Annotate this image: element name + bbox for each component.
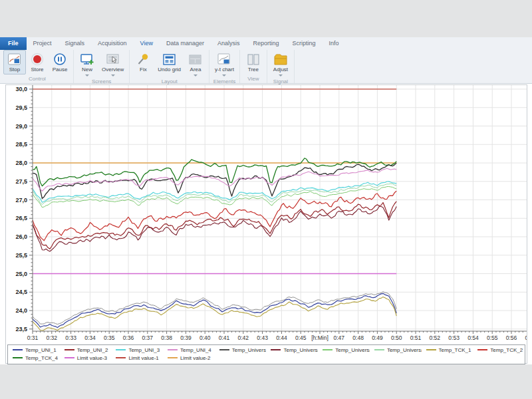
adjust-button[interactable]: Adjust bbox=[269, 50, 292, 77]
svg-text:0:36: 0:36 bbox=[123, 334, 134, 341]
chevron-down-icon bbox=[222, 74, 226, 76]
yt-chart-panel: 30,029,529,028,528,027,527,026,526,025,5… bbox=[5, 84, 527, 364]
svg-text:0:49: 0:49 bbox=[372, 334, 383, 341]
legend-item-temp-universal-2[interactable]: Temp_Universal_2 bbox=[266, 347, 318, 353]
svg-text:28,5: 28,5 bbox=[15, 141, 27, 148]
svg-text:0:42: 0:42 bbox=[238, 334, 249, 341]
svg-text:0:55: 0:55 bbox=[487, 334, 498, 341]
new-button[interactable]: New bbox=[76, 50, 98, 77]
legend-label: Temp_TCK_2 bbox=[490, 347, 523, 353]
tab-reporting[interactable]: Reporting bbox=[247, 37, 286, 50]
legend-color-mark bbox=[271, 349, 281, 350]
legend-item-temp-universal-3[interactable]: Temp_Universal_3 bbox=[318, 347, 370, 353]
button-label: Area bbox=[190, 66, 201, 73]
curve-temp-uni-3 bbox=[33, 182, 396, 202]
signal-curves bbox=[33, 158, 396, 331]
group-label: View bbox=[242, 74, 265, 83]
legend-item-temp-universal-4[interactable]: Temp_Universal_4 bbox=[370, 347, 422, 353]
legend-color-mark bbox=[116, 357, 126, 358]
button-label: Pause bbox=[53, 66, 68, 73]
legend-item-temp-uni-1[interactable]: Temp_UNI_1 bbox=[8, 347, 60, 353]
yt-chart-svg[interactable]: 30,029,529,028,528,027,527,026,526,025,5… bbox=[6, 85, 527, 344]
svg-text:0:35: 0:35 bbox=[104, 334, 115, 341]
legend-color-mark bbox=[116, 349, 126, 350]
legend-label: Temp_UNI_4 bbox=[180, 347, 211, 353]
legend-item-temp-tck-1[interactable]: Temp_TCK_1 bbox=[422, 347, 473, 353]
tab-view[interactable]: View bbox=[134, 37, 160, 50]
svg-text:0:48: 0:48 bbox=[352, 334, 364, 341]
button-label: Overview bbox=[102, 66, 124, 73]
legend-item-temp-uni-4[interactable]: Temp_UNI_4 bbox=[163, 347, 215, 353]
fix-button[interactable]: Fix bbox=[132, 50, 154, 77]
y-t-chart-button[interactable]: y-t chart bbox=[211, 50, 237, 77]
legend-color-mark bbox=[426, 349, 436, 350]
pause-button[interactable]: Pause bbox=[49, 50, 71, 74]
button-label: Stop bbox=[9, 66, 20, 73]
tab-scripting[interactable]: Scripting bbox=[286, 37, 323, 50]
adjust-icon bbox=[273, 52, 289, 66]
tree-button[interactable]: Tree bbox=[242, 50, 265, 74]
svg-text:30,0: 30,0 bbox=[15, 86, 27, 92]
tab-info[interactable]: Info bbox=[323, 37, 346, 50]
tab-acquisition[interactable]: Acquisition bbox=[91, 37, 134, 50]
legend-color-mark bbox=[374, 349, 384, 350]
svg-text:0:51: 0:51 bbox=[410, 334, 422, 341]
area-button[interactable]: Area bbox=[184, 50, 207, 77]
stop-button[interactable]: Stop bbox=[3, 50, 26, 74]
legend-item-temp-uni-2[interactable]: Temp_UNI_2 bbox=[60, 347, 112, 353]
legend-color-mark bbox=[65, 357, 74, 358]
button-label: Tree bbox=[248, 66, 259, 73]
store-icon bbox=[29, 52, 45, 66]
svg-text:0:47: 0:47 bbox=[334, 334, 345, 341]
tab-file[interactable]: File bbox=[0, 37, 27, 50]
overview-button[interactable]: Overview bbox=[98, 50, 127, 77]
svg-text:0:54: 0:54 bbox=[467, 334, 479, 341]
legend-label: Temp_UNI_1 bbox=[25, 347, 57, 353]
svg-text:0:44: 0:44 bbox=[276, 334, 287, 341]
store-button[interactable]: Store bbox=[26, 50, 49, 74]
svg-text:28,0: 28,0 bbox=[15, 160, 27, 166]
chevron-down-icon bbox=[111, 74, 115, 76]
legend-color-mark bbox=[13, 349, 23, 350]
legend-label: Temp_Universal_3 bbox=[335, 347, 370, 353]
svg-text:27,5: 27,5 bbox=[15, 178, 27, 185]
legend-label: Temp_Universal_2 bbox=[283, 347, 318, 353]
legend-color-mark bbox=[477, 349, 487, 350]
svg-text:0:45: 0:45 bbox=[295, 334, 307, 341]
curve-temp-tck-2 bbox=[33, 191, 396, 241]
svg-text:27,0: 27,0 bbox=[15, 197, 27, 203]
legend-label: Temp_Universal_4 bbox=[387, 347, 422, 353]
svg-text:29,0: 29,0 bbox=[15, 123, 27, 130]
tab-data-manager[interactable]: Data manager bbox=[160, 37, 211, 50]
svg-text:0:34: 0:34 bbox=[84, 334, 96, 341]
curve-temp-universal-2 bbox=[33, 206, 396, 251]
group-label: Control bbox=[3, 74, 71, 83]
legend-item-limit-value-1[interactable]: Limit value-1 bbox=[111, 355, 163, 361]
y-axis-labels: 30,029,529,028,528,027,527,026,526,025,5… bbox=[15, 86, 27, 332]
legend-item-temp-tck-4[interactable]: Temp_TCK_4 bbox=[8, 355, 60, 361]
undo-grid-button[interactable]: Undo grid bbox=[154, 50, 184, 77]
legend-item-temp-universal-1[interactable]: Temp_Universal_1 bbox=[215, 347, 267, 353]
tree-icon bbox=[245, 52, 261, 66]
legend-color-mark bbox=[13, 357, 23, 358]
svg-text:0:40: 0:40 bbox=[200, 334, 211, 341]
legend-item-limit-value-2[interactable]: Limit value-2 bbox=[163, 355, 215, 361]
tab-signals[interactable]: Signals bbox=[59, 37, 92, 50]
legend-item-temp-tck-2[interactable]: Temp_TCK_2 bbox=[473, 347, 525, 353]
tab-project[interactable]: Project bbox=[27, 37, 59, 50]
legend-item-limit-value-3[interactable]: Limit value-3 bbox=[60, 355, 112, 361]
overview-icon bbox=[105, 52, 121, 66]
ribbon-group-elements: y-t chartElements bbox=[209, 50, 240, 83]
svg-text:0:50: 0:50 bbox=[391, 334, 402, 341]
button-label: New bbox=[82, 66, 92, 73]
fix-icon bbox=[135, 52, 151, 66]
tab-analysis[interactable]: Analysis bbox=[211, 37, 247, 50]
pause-icon bbox=[52, 52, 68, 66]
svg-text:0:31: 0:31 bbox=[27, 334, 39, 341]
area-icon bbox=[188, 52, 203, 66]
ribbon-toolbar: StopStorePauseControlNewOverviewScreensF… bbox=[0, 50, 532, 83]
legend-item-temp-uni-3[interactable]: Temp_UNI_3 bbox=[111, 347, 163, 353]
chevron-down-icon bbox=[85, 74, 89, 76]
legend-color-mark bbox=[65, 349, 74, 350]
svg-text:25,0: 25,0 bbox=[15, 271, 27, 277]
